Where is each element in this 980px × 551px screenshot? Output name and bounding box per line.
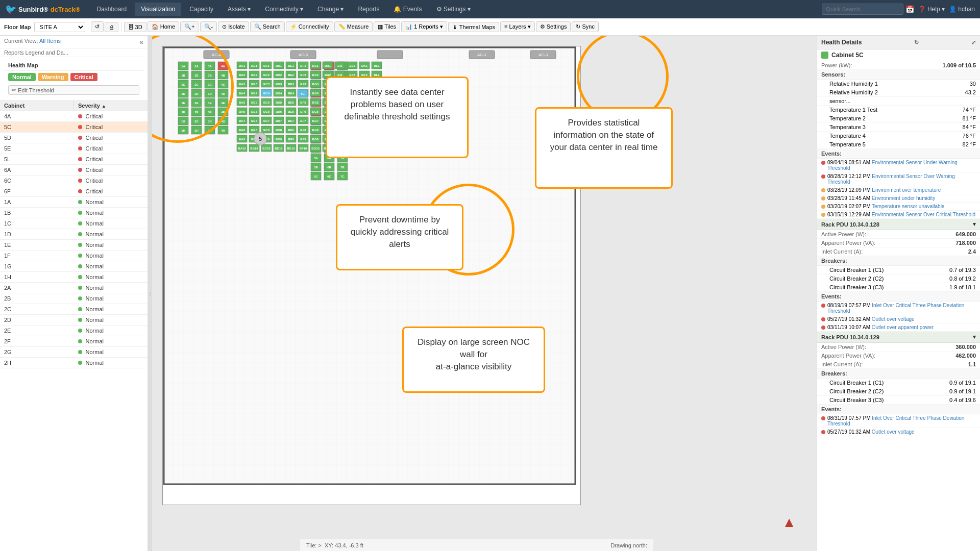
table-row[interactable]: 2G Normal [0,347,148,358]
severity-dot [78,168,82,172]
measure-button[interactable]: 📏 Measure [334,21,373,32]
table-row[interactable]: 6C Critical [0,176,148,186]
table-row[interactable]: 1F Normal [0,251,148,261]
rack-pdu1-expand[interactable]: ▾ [973,221,976,228]
table-row[interactable]: 1B Normal [0,208,148,218]
table-row[interactable]: 6A Critical [0,165,148,176]
svg-text:2E: 2E [194,102,198,105]
table-row[interactable]: 2F Normal [0,336,148,347]
rack-pdu2-expand[interactable]: ▾ [973,334,976,340]
col-cabinet[interactable]: Cabinet [0,101,74,111]
event-link[interactable]: Environmental Sensor Over Critical Thres… [872,212,975,217]
home-button[interactable]: 🏠 Home [148,21,179,32]
search-toolbar-button[interactable]: 🔍 Search [250,21,285,32]
table-row[interactable]: 5C Critical [0,122,148,133]
site-select[interactable]: SITE A SITE B [34,22,85,32]
table-row[interactable]: 6F Critical [0,186,148,197]
table-row[interactable]: 1H Normal [0,272,148,283]
svg-text:BB8: BB8 [251,129,258,132]
event-link[interactable]: Environmental Sensor Over Warning Thresh… [827,173,955,185]
svg-text:BE4: BE4 [288,92,294,95]
svg-text:3D: 3D [208,92,212,95]
table-row[interactable]: 4A Critical [0,111,148,122]
callout-threshold: Instantly see data center problems based… [326,77,469,158]
nav-events[interactable]: 🔔 Events [387,3,428,16]
table-row[interactable]: 2A Normal [0,283,148,293]
event-link[interactable]: Temperature sensor unavailable [872,204,944,209]
event-link[interactable]: Inlet Over Critical Three Phase Deviatio… [827,303,964,314]
sensor-value: 74 °F [963,107,976,113]
breaker-row: Circuit Breaker 1 (C1)0.7 of 19.3 [817,266,980,274]
resize-handle[interactable]: ⋮ [148,36,152,551]
tiles-button[interactable]: ▦ Tiles [374,21,400,32]
table-row[interactable]: 1D Normal [0,229,148,240]
isolate-button[interactable]: ⊙ Isolate [218,21,249,32]
right-panel-expand[interactable]: ⤢ [971,39,976,46]
layers-button[interactable]: ≡ Layers ▾ [500,21,535,32]
nav-change[interactable]: Change [311,3,350,16]
svg-text:BD2: BD2 [276,73,282,77]
nav-capacity[interactable]: Capacity [183,3,219,16]
table-row[interactable]: 5L Critical [0,154,148,165]
3d-button[interactable]: 🗄 3D [124,22,146,32]
left-panel: Current View: All Items « Reports Legend… [0,36,148,551]
pdu1-active-power: Active Power (W): 649.000 [817,230,980,239]
settings-toolbar-button[interactable]: ⚙ Settings [536,21,571,32]
nav-visualization[interactable]: Visualization [135,3,181,16]
right-panel-refresh[interactable]: ↻ [914,39,919,46]
sensor-value: 43.2 [965,89,976,95]
thermal-maps-button[interactable]: 🌡 Thermal Maps [448,22,499,32]
col-severity[interactable]: Severity ▲ [74,101,148,111]
nav-settings[interactable]: ⚙ Settings [430,3,477,16]
table-row[interactable]: 5D Critical [0,133,148,143]
nav-connectivity[interactable]: Connectivity [259,3,309,16]
user-menu[interactable]: 👤 hchan [949,6,975,13]
event-link[interactable]: Environment under humidity [872,195,936,201]
table-row[interactable]: 2C Normal [0,304,148,315]
nav-reports[interactable]: Reports [352,3,385,16]
quick-search-input[interactable] [822,4,903,15]
event-link[interactable]: Inlet Over Critical Three Phase Deviatio… [827,415,964,427]
reports-button[interactable]: 📊 1 Reports ▾ [401,21,447,32]
table-row[interactable]: 1A Normal [0,197,148,208]
collapse-panel-button[interactable]: « [139,38,143,46]
north-arrow: ▲ [782,514,796,531]
table-row[interactable]: 2B Normal [0,293,148,304]
calendar-icon[interactable]: 📅 [905,5,914,13]
refresh-button[interactable]: ↺ [91,21,104,32]
table-row[interactable]: 1C Normal [0,218,148,229]
svg-text:BB5: BB5 [251,101,258,104]
event-link[interactable]: Outlet over apparent power [872,324,934,330]
event-dot [821,430,825,434]
table-row[interactable]: 2E Normal [0,325,148,336]
table-row[interactable]: 2D Normal [0,315,148,325]
event-link[interactable]: Outlet over voltage [872,429,915,435]
nav-assets[interactable]: Assets [222,3,257,16]
edit-threshold-button[interactable]: ✏ Edit Threshold [8,85,139,95]
sensor-name: Relative Humidity 1 [829,81,878,87]
table-row[interactable]: 1E Normal [0,240,148,251]
tile-label: Tile: > XY: 43.4, -6.3 ft [306,542,363,548]
event-link[interactable]: Outlet over voltage [872,316,915,322]
zoom-in-button[interactable]: 🔍+ [180,21,199,32]
floor-map-area[interactable]: AC-4 AC-5 AC-3 AC-1 AC-3 RAMPUP 5 AC-4AC… [152,36,817,551]
sensor-name: Temperature 4 [829,133,866,139]
sync-button[interactable]: ↻ Sync [572,21,599,32]
help-menu[interactable]: ❓ Help ▾ [918,6,945,13]
svg-text:BE2: BE2 [288,73,294,77]
severity-cell: Critical [74,111,148,121]
table-row[interactable]: 5E Critical [0,143,148,154]
connectivity-button[interactable]: ⚡ Connectivity [286,21,333,32]
event-link[interactable]: Environmental Sensor Under Warning Thres… [827,160,958,171]
svg-text:BC10: BC10 [262,147,271,150]
pdu2-events-header: Events: [817,405,980,414]
event-link[interactable]: Environment over temperature [872,187,941,193]
print-button[interactable]: 🖨 [105,22,118,32]
svg-rect-90 [377,51,403,59]
zoom-out-button[interactable]: 🔍- [200,21,217,32]
table-row[interactable]: 2H Normal [0,358,148,368]
severity-cell: Critical [74,154,148,164]
table-row[interactable]: 1G Normal [0,261,148,272]
nav-dashboard[interactable]: Dashboard [90,3,133,16]
current-view-value[interactable]: All Items [39,38,61,44]
